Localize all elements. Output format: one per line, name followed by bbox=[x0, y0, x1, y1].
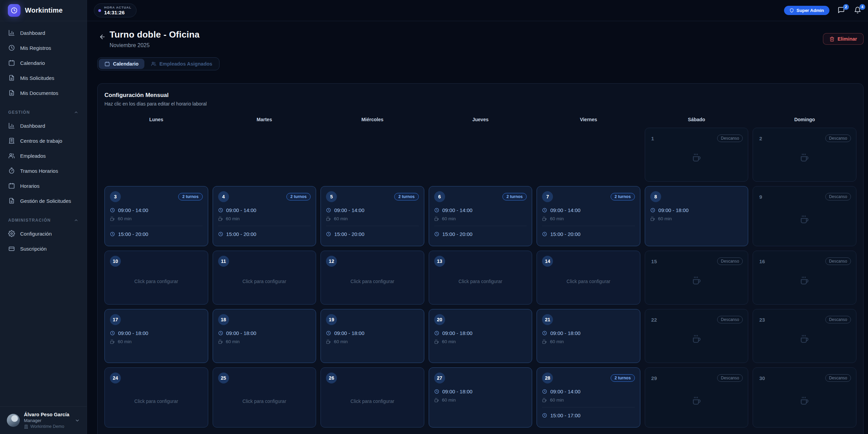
sidebar-item-suscripcion[interactable]: Suscripción bbox=[0, 241, 87, 256]
configure-hint: Click para configurar bbox=[213, 279, 316, 284]
sidebar-item-tramos-horarios[interactable]: Tramos Horarios bbox=[0, 163, 87, 178]
coffee-icon bbox=[800, 276, 809, 285]
user-company-label: Workintime Demo bbox=[30, 424, 64, 429]
calendar-day-24[interactable]: 24Click para configurar bbox=[104, 367, 208, 428]
clock-icon bbox=[326, 232, 331, 237]
calendar-day-7[interactable]: 72 turnos09:00 - 14:0060 min15:00 - 20:0… bbox=[537, 186, 640, 246]
sidebar-item-centros-de-trabajo[interactable]: Centros de trabajo bbox=[0, 133, 87, 148]
calendar-day-16[interactable]: 16Descanso bbox=[753, 251, 856, 305]
calendar-day-23[interactable]: 23Descanso bbox=[753, 309, 856, 363]
sidebar-item-configuracion[interactable]: Configuración bbox=[0, 226, 87, 241]
calendar-day-28[interactable]: 282 turnos09:00 - 14:0060 min15:00 - 17:… bbox=[537, 367, 640, 428]
shift-time-label: 15:00 - 20:00 bbox=[226, 231, 256, 237]
calendar-day-22[interactable]: 22Descanso bbox=[645, 309, 749, 363]
user-menu[interactable]: Álvaro Peso García Manager Workintime De… bbox=[0, 406, 87, 434]
sidebar-section-title: ADMINISTRACIÓN bbox=[8, 218, 51, 223]
shift-time: 09:00 - 18:00 bbox=[326, 330, 419, 336]
calendar-day-header: 72 turnos bbox=[542, 191, 635, 202]
super-admin-button[interactable]: Super Admin bbox=[784, 6, 829, 15]
calendar-day-9[interactable]: 9Descanso bbox=[753, 186, 856, 246]
sidebar-section-title: GESTIÓN bbox=[8, 110, 30, 115]
sidebar-item-label: Centros de trabajo bbox=[20, 138, 62, 144]
clock-icon bbox=[542, 208, 547, 213]
sidebar-item-mis-documentos[interactable]: Mis Documentos bbox=[0, 85, 87, 100]
coffee-icon bbox=[800, 335, 809, 344]
shift-time: 09:00 - 14:00 bbox=[326, 207, 419, 213]
users-icon bbox=[151, 61, 156, 67]
sidebar-section-gestion[interactable]: GESTIÓN bbox=[0, 100, 87, 118]
calendar-day-5[interactable]: 52 turnos09:00 - 14:0060 min15:00 - 20:0… bbox=[321, 186, 424, 246]
shift-time-label: 09:00 - 14:00 bbox=[442, 207, 472, 213]
calendar-day-8[interactable]: 809:00 - 18:0060 min bbox=[645, 186, 749, 246]
shift-time: 09:00 - 18:00 bbox=[218, 330, 311, 336]
sidebar-item-horarios[interactable]: Horarios bbox=[0, 178, 87, 193]
calendar-day-30[interactable]: 30Descanso bbox=[753, 367, 856, 428]
calendar-day-12[interactable]: 12Click para configurar bbox=[321, 251, 424, 305]
weekday-viernes: Viernes bbox=[537, 117, 640, 122]
calendar-day-header: 29Descanso bbox=[650, 373, 743, 383]
current-time-pill: HORA ACTUAL 14:31:26 bbox=[94, 3, 137, 17]
coffee-icon bbox=[800, 153, 809, 162]
coffee-icon bbox=[692, 276, 701, 285]
break-duration: 60 min bbox=[110, 339, 203, 344]
calendar-day-21[interactable]: 2109:00 - 18:0060 min bbox=[537, 309, 640, 363]
calendar-day-10[interactable]: 10Click para configurar bbox=[104, 251, 208, 305]
calendar-day-25[interactable]: 25Click para configurar bbox=[213, 367, 316, 428]
sidebar-item-dashboard[interactable]: Dashboard bbox=[0, 118, 87, 133]
sidebar-item-mis-solicitudes[interactable]: Mis Solicitudes bbox=[0, 70, 87, 85]
sidebar-item-dashboard[interactable]: Dashboard bbox=[0, 25, 87, 40]
sidebar-item-gestion-de-solicitudes[interactable]: Gestión de Solicitudes bbox=[0, 193, 87, 208]
calendar-day-26[interactable]: 26Click para configurar bbox=[321, 367, 424, 428]
calendar-day-11[interactable]: 11Click para configurar bbox=[213, 251, 316, 305]
calendar-day-3[interactable]: 32 turnos09:00 - 14:0060 min15:00 - 20:0… bbox=[104, 186, 208, 246]
calendar-day-18[interactable]: 1809:00 - 18:0060 min bbox=[213, 309, 316, 363]
break-duration: 60 min bbox=[542, 216, 635, 221]
back-button[interactable] bbox=[97, 32, 108, 42]
delete-button[interactable]: Eliminar bbox=[823, 33, 864, 45]
calendar-day-header: 12 bbox=[326, 256, 419, 267]
calendar-day-29[interactable]: 29Descanso bbox=[645, 367, 749, 428]
shift-time-label: 09:00 - 14:00 bbox=[550, 389, 580, 394]
page-title-block: Turno doble - Oficina Noviembre 2025 bbox=[110, 29, 200, 48]
card-title: Configuración Mensual bbox=[104, 92, 856, 99]
weekday-sabado: Sábado bbox=[645, 117, 749, 122]
sidebar-item-label: Mis Solicitudes bbox=[20, 75, 54, 81]
calendar-day-14[interactable]: 14Click para configurar bbox=[537, 251, 640, 305]
calendar-day-20[interactable]: 2009:00 - 18:0060 min bbox=[429, 309, 532, 363]
coffee-icon bbox=[110, 339, 115, 344]
calendar-day-4[interactable]: 42 turnos09:00 - 14:0060 min15:00 - 20:0… bbox=[213, 186, 316, 246]
calendar-day-6[interactable]: 62 turnos09:00 - 14:0060 min15:00 - 20:0… bbox=[429, 186, 532, 246]
calendar-empty-cell bbox=[213, 128, 316, 182]
break-label: 60 min bbox=[226, 339, 240, 344]
gear-icon bbox=[8, 230, 15, 237]
calendar-day-2[interactable]: 2Descanso bbox=[753, 128, 856, 182]
bar-chart-icon bbox=[8, 29, 15, 36]
chat-button[interactable]: 2 bbox=[838, 6, 846, 15]
topbar: HORA ACTUAL 14:31:26 Super Admin 2 4 bbox=[87, 0, 868, 21]
sidebar-item-calendario[interactable]: Calendario bbox=[0, 55, 87, 70]
calendar-day-header: 16Descanso bbox=[758, 256, 851, 267]
calendar-day-27[interactable]: 2709:00 - 18:0060 min bbox=[429, 367, 532, 428]
chat-count-badge: 2 bbox=[843, 4, 849, 10]
sidebar-item-label: Empleados bbox=[20, 153, 46, 159]
calendar-day-17[interactable]: 1709:00 - 18:0060 min bbox=[104, 309, 208, 363]
calendar-day-1[interactable]: 1Descanso bbox=[645, 128, 749, 182]
day-number: 17 bbox=[110, 314, 121, 325]
shift-time-label: 15:00 - 20:00 bbox=[118, 231, 148, 237]
sidebar-item-mis-registros[interactable]: Mis Registros bbox=[0, 40, 87, 55]
shift-time-label: 09:00 - 14:00 bbox=[550, 207, 580, 213]
tab-calendario[interactable]: Calendario bbox=[99, 59, 144, 69]
sidebar-nav: DashboardMis RegistrosCalendarioMis Soli… bbox=[0, 21, 87, 406]
tab-empleados-asignados[interactable]: Empleados Asignados bbox=[145, 59, 218, 69]
break-duration: 60 min bbox=[434, 397, 527, 403]
calendar-day-15[interactable]: 15Descanso bbox=[645, 251, 749, 305]
sidebar-item-empleados[interactable]: Empleados bbox=[0, 148, 87, 163]
calendar-day-19[interactable]: 1909:00 - 18:0060 min bbox=[321, 309, 424, 363]
notifications-button[interactable]: 4 bbox=[854, 6, 862, 15]
file-text-icon bbox=[8, 197, 15, 204]
day-number: 27 bbox=[434, 373, 445, 383]
calendar-day-13[interactable]: 13Click para configurar bbox=[429, 251, 532, 305]
break-label: 60 min bbox=[442, 339, 456, 344]
sidebar-section-administracion[interactable]: ADMINISTRACIÓN bbox=[0, 208, 87, 226]
sidebar-item-label: Calendario bbox=[20, 60, 45, 66]
